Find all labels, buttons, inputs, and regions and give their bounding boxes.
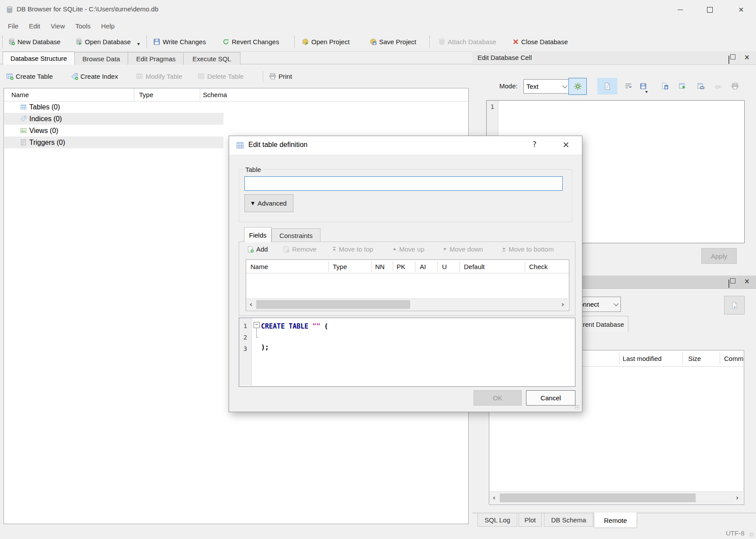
fields-col-type[interactable]: Type (333, 260, 347, 273)
fields-col-u[interactable]: U (442, 260, 447, 273)
minimize-button[interactable] (668, 0, 693, 19)
fields-col-check[interactable]: Check (529, 260, 548, 273)
remote-hscrollbar[interactable]: ‹ › (489, 491, 743, 504)
mode-label: Mode: (499, 82, 518, 90)
table-name-input[interactable] (244, 176, 563, 191)
create-index-button[interactable]: Create Index (71, 69, 118, 83)
tree-col-schema[interactable]: Schema (203, 88, 227, 101)
app-db-icon (6, 6, 14, 14)
toolbar-separator (294, 36, 295, 48)
dialog-tab-constraints[interactable]: Constraints (272, 228, 321, 242)
copy-link-button[interactable] (695, 80, 707, 93)
open-database-dropdown-caret[interactable]: ▾ (137, 41, 140, 47)
connect-select-fragment[interactable]: onnect (576, 297, 621, 312)
tab-browse-data[interactable]: Browse Data (74, 52, 129, 65)
tab-sql-log[interactable]: SQL Log (477, 513, 517, 527)
tab-remote[interactable]: Remote (594, 513, 637, 528)
advanced-button[interactable]: ▼ Advanced (244, 194, 293, 212)
window-resize-grip[interactable] (749, 532, 754, 537)
fields-hscrollbar[interactable]: ‹ › (246, 298, 568, 310)
dialog-title-bar[interactable]: Edit table definition ? × (229, 136, 582, 154)
word-wrap-button[interactable] (623, 80, 634, 93)
create-table-button[interactable]: Create Table (6, 69, 53, 83)
tab-edit-pragmas[interactable]: Edit Pragmas (128, 52, 184, 65)
current-database-tab-fragment[interactable]: rent Database (576, 316, 628, 332)
window-title: DB Browser for SQLite - C:\Users\turne\d… (17, 5, 158, 13)
dialog-tab-fields[interactable]: Fields (244, 227, 272, 242)
dock-close-icon[interactable]: × (744, 53, 750, 61)
write-changes-button[interactable]: Write Changes (153, 34, 206, 49)
tree-col-name[interactable]: Name (11, 88, 29, 101)
scroll-left-icon[interactable]: ‹ (247, 300, 255, 309)
auto-switch-mode-button[interactable] (568, 78, 587, 95)
revert-changes-button[interactable]: Revert Changes (222, 34, 279, 49)
remote-col-size[interactable]: Size (688, 350, 701, 366)
dock-close-icon[interactable]: × (744, 277, 750, 285)
minimize-icon (678, 10, 683, 10)
menu-edit[interactable]: Edit (24, 22, 45, 30)
scroll-right-icon[interactable]: › (559, 300, 567, 309)
fields-col-ai[interactable]: AI (420, 260, 426, 273)
menu-tools[interactable]: Tools (70, 22, 96, 30)
tab-execute-sql[interactable]: Execute SQL (183, 52, 240, 65)
open-in-external-button[interactable] (677, 80, 688, 93)
dialog-close-button[interactable]: × (562, 139, 570, 150)
tree-row-tables[interactable]: Tables (0) (4, 101, 60, 113)
scroll-right-icon[interactable]: › (733, 493, 741, 503)
import-dropdown-caret[interactable]: ▾ (645, 89, 648, 94)
fields-col-pk[interactable]: PK (397, 260, 405, 273)
app-window: DB Browser for SQLite - C:\Users\turne\d… (0, 0, 756, 539)
open-project-button[interactable]: Open Project (302, 34, 350, 49)
dialog-resize-grip[interactable] (575, 405, 579, 409)
add-field-button[interactable]: Add (247, 245, 268, 253)
fields-col-name[interactable]: Name (251, 260, 268, 273)
scroll-thumb[interactable] (500, 494, 696, 502)
print-cell-button[interactable] (729, 80, 741, 93)
tree-header-divider[interactable] (200, 88, 200, 101)
menu-file[interactable]: File (3, 22, 24, 30)
save-project-button[interactable]: Save Project (369, 34, 416, 49)
close-database-button[interactable]: Close Database (512, 34, 568, 49)
export-data-button[interactable] (659, 80, 671, 93)
cancel-button[interactable]: Cancel (526, 390, 575, 406)
toolbar-separator (146, 36, 147, 48)
encoding-status[interactable]: UTF-8 (726, 529, 745, 537)
open-external-icon (679, 82, 686, 90)
advanced-caret-icon: ▼ (251, 201, 254, 206)
tree-row-triggers[interactable]: Triggers (0) (4, 136, 65, 148)
edit-table-definition-dialog: Edit table definition ? × Table ▼ Advanc… (229, 136, 582, 412)
tab-db-schema[interactable]: DB Schema (544, 513, 593, 527)
tables-icon (20, 104, 27, 110)
fields-col-default[interactable]: Default (464, 260, 485, 273)
remote-action-button (724, 296, 745, 315)
tab-plot[interactable]: Plot (519, 513, 542, 527)
remote-col-last-modified[interactable]: Last modified (623, 350, 662, 366)
scroll-left-icon[interactable]: ‹ (490, 493, 498, 503)
dock-float-icon[interactable] (728, 280, 729, 288)
dock-float-icon[interactable] (728, 56, 729, 64)
tab-database-structure[interactable]: Database Structure (3, 52, 75, 65)
mode-select[interactable]: Text (523, 79, 570, 94)
print-button[interactable]: Print (269, 69, 292, 83)
text-mode-button[interactable] (597, 78, 617, 94)
open-database-button[interactable]: Open Database (75, 34, 131, 49)
fold-marker-icon[interactable]: − (254, 322, 260, 328)
sql-close-line: ); (261, 343, 269, 351)
tree-header-divider[interactable] (134, 88, 134, 101)
edit-cell-dock-header[interactable]: Edit Database Cell × (472, 51, 756, 65)
new-database-button[interactable]: New Database (8, 34, 60, 49)
maximize-button[interactable] (697, 0, 722, 19)
fields-table[interactable]: Name Type NN PK AI U Default Check ‹ (246, 259, 569, 311)
sql-preview-editor[interactable]: 1 2 3 − CREATE TABLE""( ); (239, 318, 575, 387)
remote-col-commit[interactable]: Comm (724, 350, 743, 366)
modify-table-icon (136, 73, 143, 80)
menu-help[interactable]: Help (96, 22, 120, 30)
tree-row-views[interactable]: Views (0) (4, 125, 58, 136)
menu-view[interactable]: View (45, 22, 70, 30)
scroll-thumb[interactable] (256, 300, 410, 309)
close-button[interactable]: × (729, 0, 753, 19)
tree-col-type[interactable]: Type (139, 88, 153, 101)
fields-col-nn[interactable]: NN (375, 260, 385, 273)
dialog-help-button[interactable]: ? (533, 140, 537, 149)
tree-row-indices[interactable]: Indices (0) (4, 113, 62, 125)
